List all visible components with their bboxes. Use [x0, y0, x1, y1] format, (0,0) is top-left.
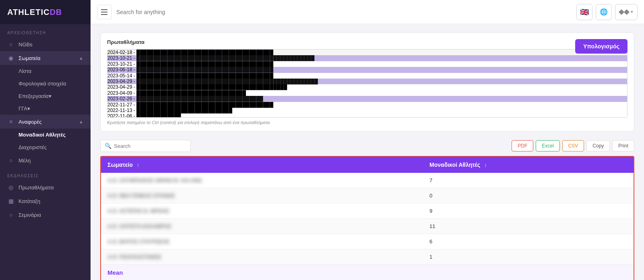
- excel-button[interactable]: Excel: [536, 140, 559, 151]
- table-search-box: 🔍: [100, 140, 191, 152]
- cell-name: Α.Ο. ΝΕΑ ΓΕΝΕΑΣ ΣΙΤΑΝΗΣ: [101, 188, 423, 203]
- sidebar-item-anafores-label: Αναφορές: [19, 119, 42, 125]
- flag-icon: 🇬🇧: [580, 8, 589, 17]
- cell-value: 11: [423, 219, 634, 234]
- data-table: Σωματείο ↕ Μοναδικοί Αθλητές ↕ Α.Ο. ΟΛΥΜ…: [101, 157, 634, 280]
- swmateια-icon: ◉: [7, 55, 14, 61]
- list-item: 2023-04-29 - ███████████████████████████…: [107, 79, 627, 84]
- anafores-icon: ≡: [7, 118, 14, 125]
- sidebar-sub-gga[interactable]: ΓΓΑ ▾: [0, 102, 91, 115]
- topbar-right: 🇬🇧 🌐 ▾: [576, 4, 638, 20]
- list-item: 2023-02-26 - ███████████████████████████…: [107, 96, 627, 102]
- table-row: Α.Ο. ΑΣΤΕΡΑΣ Β. ΜΠΟΗΣ 9: [101, 203, 634, 219]
- list-item: 2023-10-21 - ███████████████████████████…: [107, 61, 627, 67]
- globe-button[interactable]: 🌐: [596, 4, 612, 20]
- gga-label: ΓΓΑ: [19, 106, 27, 112]
- list-item: 2024-02-18 - ███████████████████████████…: [107, 50, 627, 55]
- list-item: 2023-06-18 - ███████████████████████████…: [107, 67, 627, 73]
- sort-icon-swmateio: ↕: [137, 162, 139, 168]
- diaxeirisths-label: Διαχειριστές: [19, 144, 47, 150]
- list-item: 2022-11-27 - ███████████████████████████…: [107, 102, 627, 108]
- sidebar-item-swmateια[interactable]: ◉ Σωματεία ▲: [0, 51, 91, 65]
- melh-icon: ○: [7, 157, 14, 164]
- mean-label-cell: Mean: [101, 265, 423, 280]
- lista-label: Λίστα: [19, 68, 31, 74]
- sidebar-item-katataxi-label: Κατάταξη: [19, 198, 40, 204]
- championships-list[interactable]: 2024-02-18 - ███████████████████████████…: [107, 49, 627, 118]
- col-header-monadikoi[interactable]: Μοναδικοί Αθλητές ↕: [423, 157, 634, 173]
- epexergasia-label: Επεξεργασία: [19, 93, 49, 99]
- sidebar-item-anafores[interactable]: ≡ Αναφορές ▲: [0, 115, 91, 129]
- cell-name: Α.Ο. ΒΙΑΤΟΣ ΣΤΑΥΡΩΣΗΣ: [101, 234, 423, 249]
- sidebar-item-ngbs[interactable]: ○ NGBs: [0, 37, 91, 51]
- table-toolbar: 🔍 PDF Excel CSV Copy Print: [100, 140, 634, 152]
- topbar: 🇬🇧 🌐 ▾: [91, 0, 644, 24]
- sidebar-item-swmateια-label: Σωματεία: [19, 55, 41, 61]
- table-header-row: Σωματείο ↕ Μοναδικοί Αθλητές ↕: [101, 157, 634, 173]
- anafores-chevron-icon: ▲: [79, 119, 83, 124]
- table-row: Α.Ο. ΝΕΑ ΓΕΝΕΑΣ ΣΙΤΑΝΗΣ 0: [101, 188, 634, 203]
- sidebar-sub-epexergasia[interactable]: Επεξεργασία ▾: [0, 90, 91, 102]
- sidebar-item-katataxi[interactable]: ▦ Κατάταξη: [0, 194, 91, 208]
- sidebar-item-melh-label: Μέλη: [19, 158, 31, 164]
- logo-db: DB: [50, 8, 62, 17]
- cell-value: 1: [423, 249, 634, 265]
- main-area: 🇬🇧 🌐 ▾ Πρωταθλήματα Υπολογισμός 2024-02-…: [91, 0, 644, 280]
- globe-icon: 🌐: [600, 8, 608, 16]
- pdf-button[interactable]: PDF: [512, 140, 533, 151]
- mean-value-cell: [423, 265, 634, 280]
- forologika-label: Φορολογικά στοιχεία: [19, 81, 66, 87]
- sidebar-item-protathlimata[interactable]: ◎ Πρωταθλήματα: [0, 180, 91, 194]
- diamond-button[interactable]: ▾: [615, 4, 638, 20]
- sidebar-item-protathlimata-label: Πρωταθλήματα: [19, 185, 54, 191]
- seminaria-icon: ○: [7, 212, 14, 218]
- championships-label: Πρωταθλήματα: [107, 39, 627, 45]
- list-item: 2023-04-09 - ███████████████████████████…: [107, 90, 627, 96]
- cell-value: 9: [423, 203, 634, 219]
- csv-button[interactable]: CSV: [562, 140, 584, 151]
- sidebar-item-ngbs-label: NGBs: [19, 41, 33, 48]
- sort-icon-monadikoi: ↕: [484, 162, 487, 168]
- list-item: 2023-04-29 - ███████████████████████████…: [107, 84, 627, 90]
- hamburger-icon: [101, 9, 107, 15]
- app-logo: ATHLETICDB: [0, 0, 91, 24]
- championships-card: Πρωταθλήματα Υπολογισμός 2024-02-18 - ██…: [100, 32, 634, 132]
- section-label-arxeio: ΑΡΧΕΙΟΘΕΤΗΣΗ: [0, 24, 91, 37]
- epexergasia-chevron-icon: ▾: [49, 93, 52, 99]
- protathlimata-icon: ◎: [7, 184, 14, 191]
- language-flag-button[interactable]: 🇬🇧: [576, 4, 592, 20]
- cell-name: Α.Ο. ΠΟΛΥΚΑΣΤΑΝΟΣ: [101, 249, 423, 265]
- sidebar-sub-diaxeirisths[interactable]: Διαχειριστές: [0, 141, 91, 153]
- cell-name: Α.Ο. ΑΣΤΕΡΑΣ Β. ΜΠΟΗΣ: [101, 203, 423, 219]
- mean-row: Mean: [101, 265, 634, 280]
- sidebar-item-melh[interactable]: ○ Μέλη: [0, 153, 91, 167]
- cell-value: 7: [423, 173, 634, 188]
- list-item: 2022-11-13 - ███████████████████████████…: [107, 108, 627, 113]
- print-button[interactable]: Print: [612, 140, 634, 151]
- monadikoi-label: Μοναδικοί Αθλητές: [19, 132, 66, 138]
- sidebar-item-seminaria[interactable]: ○ Σεμινάρια: [0, 208, 91, 222]
- sidebar-sub-forologika[interactable]: Φορολογικά στοιχεία: [0, 77, 91, 90]
- ngbs-icon: ○: [7, 41, 14, 48]
- list-item: 2023-05-14 - ███████████████████████████…: [107, 73, 627, 79]
- table-row: Α.Ο. ΟΛΥΜΠΙΑΚΟΣ ΑΘΗΝΑ Β. ΚΑΙ ΑΝΩ 7: [101, 173, 634, 188]
- cell-value: 0: [423, 188, 634, 203]
- calc-button[interactable]: Υπολογισμός: [575, 39, 627, 54]
- section-label-ekdilwseis: ΕΚΔΗΛΩΣΕΙΣ: [0, 167, 91, 180]
- list-item: 2023-10-21 - ███████████████████████████…: [107, 55, 627, 61]
- menu-toggle-button[interactable]: [97, 5, 111, 19]
- cell-name: Α.Ο. ΟΛΥΜΠΙΑΚΟΣ ΑΘΗΝΑ Β. ΚΑΙ ΑΝΩ: [101, 173, 423, 188]
- cell-name: Α.Ο. ΣΙΑΤΙΣΤΑ ΚΟΛΑΦΡΗΣ: [101, 219, 423, 234]
- katataxi-icon: ▦: [7, 198, 14, 204]
- table-row: Α.Ο. ΒΙΑΤΟΣ ΣΤΑΥΡΩΣΗΣ 6: [101, 234, 634, 249]
- global-search-input[interactable]: [116, 9, 572, 15]
- copy-button[interactable]: Copy: [586, 140, 610, 151]
- export-buttons: PDF Excel CSV Copy Print: [512, 140, 634, 151]
- content-area: Πρωταθλήματα Υπολογισμός 2024-02-18 - ██…: [91, 24, 644, 280]
- col-header-swmateio[interactable]: Σωματείο ↕: [101, 157, 423, 173]
- sidebar-sub-monadikoi[interactable]: Μοναδικοί Αθλητές: [0, 129, 91, 141]
- search-icon: 🔍: [105, 143, 111, 149]
- sidebar-sub-lista[interactable]: Λίστα: [0, 65, 91, 77]
- cell-value: 6: [423, 234, 634, 249]
- table-search-input[interactable]: [114, 143, 186, 149]
